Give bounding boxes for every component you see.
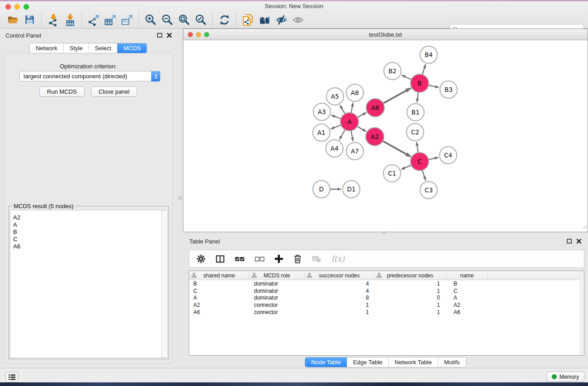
network-node-D[interactable]: D bbox=[313, 181, 330, 198]
export-table-button[interactable] bbox=[102, 12, 119, 28]
network-node-B[interactable]: B bbox=[411, 74, 429, 92]
network-edge-A-A5[interactable] bbox=[340, 105, 345, 114]
network-edge-B-B2[interactable] bbox=[402, 75, 411, 80]
network-node-B2[interactable]: B2 bbox=[384, 62, 401, 80]
network-edge-A2-C[interactable] bbox=[382, 141, 411, 157]
mcds-result-item[interactable]: C bbox=[11, 236, 161, 243]
zoom-fit-button[interactable] bbox=[176, 12, 192, 28]
network-node-C4[interactable]: C4 bbox=[440, 147, 457, 164]
close-panel-icon[interactable] bbox=[576, 238, 582, 244]
vertical-splitter-grip[interactable] bbox=[178, 196, 182, 200]
tab-network-table[interactable]: Network Table bbox=[388, 357, 438, 367]
column-header-name[interactable]: name bbox=[446, 271, 488, 280]
network-node-A2[interactable]: A2 bbox=[366, 128, 384, 146]
tab-network[interactable]: Network bbox=[30, 43, 63, 53]
tab-motifs[interactable]: Motifs bbox=[438, 357, 466, 367]
network-node-B1[interactable]: B1 bbox=[407, 104, 424, 121]
network-node-A7[interactable]: A7 bbox=[346, 143, 363, 160]
float-panel-icon[interactable] bbox=[157, 33, 163, 38]
network-node-C[interactable]: C bbox=[411, 152, 429, 171]
show-graphics-details-button[interactable] bbox=[290, 12, 306, 28]
network-edge-C-C4[interactable] bbox=[429, 157, 439, 160]
add-column-button[interactable] bbox=[275, 253, 283, 265]
delete-columns-button[interactable] bbox=[293, 253, 302, 265]
close-panel-icon[interactable] bbox=[167, 33, 172, 38]
optimization-criterion-dropdown[interactable]: largest connected component (directed) bbox=[19, 71, 160, 81]
tab-style[interactable]: Style bbox=[63, 43, 89, 53]
float-panel-icon[interactable] bbox=[567, 238, 572, 244]
network-window-titlebar[interactable]: testGlobe.txt bbox=[183, 29, 588, 40]
mcds-result-item[interactable]: B bbox=[11, 229, 161, 236]
network-edge-C-C3[interactable] bbox=[422, 170, 425, 181]
table-row[interactable]: Cdominator41C bbox=[189, 287, 584, 295]
window-resize-grip[interactable] bbox=[582, 223, 587, 231]
column-header-shared-name[interactable]: shared name bbox=[189, 271, 249, 280]
tab-node-table[interactable]: Node Table bbox=[305, 357, 347, 367]
export-image-button[interactable] bbox=[119, 12, 135, 28]
mcds-list-scrollbar[interactable] bbox=[161, 210, 166, 357]
column-header-predecessor-nodes[interactable]: predecessor nodes bbox=[374, 271, 446, 280]
memory-button[interactable]: Memory bbox=[546, 372, 584, 382]
column-layout-button[interactable] bbox=[216, 253, 225, 265]
deselect-all-rows-button[interactable] bbox=[255, 253, 264, 265]
network-edge-A-A4[interactable] bbox=[339, 129, 345, 139]
network-edge-B-B3[interactable] bbox=[429, 85, 439, 87]
network-node-C3[interactable]: C3 bbox=[420, 181, 437, 199]
table-row[interactable]: A6connector11A6 bbox=[189, 309, 584, 316]
network-node-A[interactable]: A bbox=[340, 113, 359, 131]
network-node-A3[interactable]: A3 bbox=[313, 103, 330, 120]
mcds-result-item[interactable]: A bbox=[11, 221, 161, 229]
column-header-successor-nodes[interactable]: successor nodes bbox=[305, 271, 374, 280]
network-edge-A-A7[interactable] bbox=[351, 131, 353, 142]
table-scrollbar[interactable] bbox=[580, 271, 584, 355]
column-header-MCDS-role[interactable]: MCDS role bbox=[249, 271, 305, 280]
save-session-button[interactable] bbox=[21, 12, 38, 28]
select-all-rows-button[interactable] bbox=[235, 253, 244, 265]
network-node-B4[interactable]: B4 bbox=[420, 46, 437, 63]
tab-edge-table[interactable]: Edge Table bbox=[347, 357, 388, 367]
table-row[interactable]: Adominator80A bbox=[189, 294, 584, 301]
network-edge-B-B4[interactable] bbox=[422, 64, 425, 75]
network-node-D1[interactable]: D1 bbox=[343, 181, 360, 198]
network-edge-C-C1[interactable] bbox=[401, 165, 411, 170]
network-node-A1[interactable]: A1 bbox=[313, 124, 330, 141]
mcds-result-item[interactable]: A2 bbox=[11, 214, 161, 221]
import-network-button[interactable] bbox=[45, 12, 62, 28]
tab-mcds[interactable]: MCDS bbox=[117, 43, 147, 53]
table-row[interactable]: A2connector11A2 bbox=[189, 301, 584, 309]
network-edge-A6-B[interactable] bbox=[383, 88, 411, 104]
network-edge-A-A8[interactable] bbox=[351, 103, 353, 113]
network-node-A4[interactable]: A4 bbox=[326, 140, 343, 157]
close-panel-button[interactable]: Close panel bbox=[91, 86, 138, 97]
network-node-A5[interactable]: A5 bbox=[326, 88, 344, 105]
refresh-layout-button[interactable] bbox=[216, 12, 233, 28]
network-node-B3[interactable]: B3 bbox=[440, 81, 457, 98]
zoom-selected-button[interactable] bbox=[192, 12, 209, 28]
network-edge-A-A6[interactable] bbox=[358, 113, 367, 118]
show-panels-list-button[interactable] bbox=[5, 372, 18, 382]
network-node-A8[interactable]: A8 bbox=[346, 84, 363, 101]
network-edge-A-A2[interactable] bbox=[357, 126, 366, 132]
new-network-from-selection-button[interactable] bbox=[239, 12, 256, 28]
hide-graphics-details-button[interactable] bbox=[273, 12, 290, 28]
function-builder-button[interactable]: f(x) bbox=[331, 253, 344, 265]
network-canvas[interactable]: AA1A2A3A4A5A6A7A8BB1B2B3B4CC1C2C3C4DD1 bbox=[183, 40, 588, 232]
network-edge-A-A1[interactable] bbox=[331, 125, 341, 129]
mcds-result-item[interactable]: A6 bbox=[11, 243, 161, 250]
network-edge-A-A3[interactable] bbox=[331, 115, 341, 119]
import-table-button[interactable] bbox=[62, 12, 78, 28]
table-settings-button[interactable] bbox=[196, 253, 206, 265]
open-session-button[interactable] bbox=[5, 12, 21, 28]
first-neighbors-button[interactable] bbox=[256, 12, 273, 28]
export-network-button[interactable] bbox=[85, 12, 102, 28]
network-edge-B-B1[interactable] bbox=[417, 92, 418, 102]
network-node-C1[interactable]: C1 bbox=[383, 165, 401, 182]
table-row[interactable]: Bdominator41B bbox=[189, 280, 584, 287]
network-node-C2[interactable]: C2 bbox=[406, 124, 424, 141]
zoom-out-button[interactable] bbox=[159, 12, 176, 28]
tab-select[interactable]: Select bbox=[89, 43, 117, 53]
network-edge-C-C2[interactable] bbox=[416, 142, 418, 152]
network-node-A6[interactable]: A6 bbox=[366, 99, 384, 117]
delete-table-button[interactable] bbox=[312, 253, 321, 265]
zoom-in-button[interactable] bbox=[142, 12, 159, 28]
